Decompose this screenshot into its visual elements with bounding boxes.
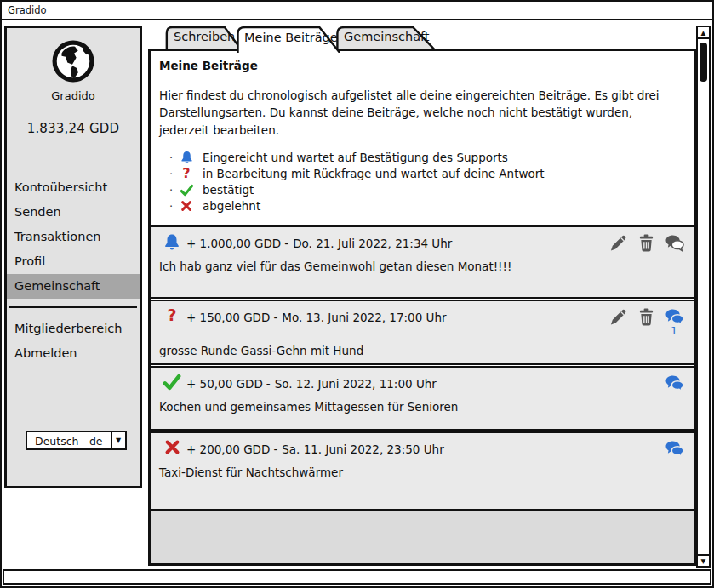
tab-gemeinschaft[interactable]: Gemeinschaft — [335, 26, 437, 49]
tab-meine-beitraege[interactable]: Meine Beiträge — [236, 26, 343, 53]
vertical-scrollbar[interactable]: ▲ ▼ — [696, 26, 711, 568]
sidebar-item-abmelden[interactable]: Abmelden — [7, 341, 140, 366]
tab-label: Meine Beiträge — [236, 26, 343, 44]
sidebar-item-profil[interactable]: Profil — [7, 249, 140, 274]
bullet: · — [169, 184, 178, 197]
sidebar-menu: Kontoübersicht Senden Transaktionen Prof… — [7, 175, 140, 366]
legend-item-in-bearbeitung: · ? in Bearbeitung mit Rückfrage und war… — [169, 166, 682, 182]
card-title: + 200,00 GDD-Sa. 11. Juni 2022, 23:50 Uh… — [186, 437, 444, 456]
legend-item-bestaetigt: · bestätigt — [169, 182, 682, 198]
card-title: + 50,00 GDD-So. 12. Juni 2022, 11:00 Uhr — [186, 372, 437, 391]
sidebar: Gradido 1.833,24 GDD Kontoübersicht Send… — [4, 26, 142, 488]
legend-item-abgelehnt: · abgelehnt — [169, 198, 682, 214]
chat-icon[interactable] — [665, 440, 683, 458]
language-dropdown[interactable]: Deutsch - de ▼ — [26, 431, 127, 450]
dropdown-arrow-icon[interactable]: ▼ — [111, 432, 125, 448]
scroll-up-button[interactable]: ▲ — [698, 27, 709, 39]
globe-icon — [52, 40, 94, 86]
card-datetime: Mo. 13. Juni 2022, 17:00 Uhr — [282, 311, 446, 324]
question-icon: ? — [157, 305, 186, 323]
legend-text: in Bearbeitung mit Rückfrage und wartet … — [203, 167, 545, 180]
scrollbar-thumb[interactable] — [700, 43, 707, 82]
sidebar-item-kontouebersicht[interactable]: Kontoübersicht — [7, 175, 140, 200]
page-title: Meine Beiträge — [159, 59, 682, 72]
card-memo: Taxi-Dienst für Nachtschwärmer — [159, 465, 685, 479]
main-area: Gradido 1.833,24 GDD Kontoübersicht Send… — [2, 22, 712, 568]
sidebar-item-transaktionen[interactable]: Transaktionen — [7, 225, 140, 249]
language-dropdown-value: Deutsch - de — [27, 432, 111, 448]
legend-text: bestätigt — [203, 183, 254, 197]
check-icon — [178, 184, 195, 197]
card-amount: + 150,00 GDD — [186, 311, 270, 324]
legend-text: Eingereicht und wartet auf Bestätigung d… — [203, 151, 508, 164]
card-amount: + 200,00 GDD — [186, 442, 270, 456]
panel-filler — [151, 511, 694, 563]
contribution-card-4[interactable]: + 200,00 GDD-Sa. 11. Juni 2022, 23:50 Uh… — [151, 431, 694, 511]
bell-icon — [178, 151, 195, 165]
card-memo: Ich hab ganz viel für das Gemeinwohl get… — [159, 260, 685, 273]
edit-icon[interactable] — [608, 308, 627, 337]
legend-text: abgelehnt — [203, 199, 260, 213]
title-bar: Gradido — [2, 2, 712, 20]
account-balance: 1.833,24 GDD — [7, 121, 140, 136]
card-datetime: Do. 21. Juli 2022, 21:34 Uhr — [293, 237, 452, 250]
contribution-card-1[interactable]: + 1.000,00 GDD-Do. 21. Juli 2022, 21:34 … — [151, 225, 694, 299]
contribution-card-3[interactable]: + 50,00 GDD-So. 12. Juni 2022, 11:00 Uhr — [151, 366, 694, 431]
card-title: + 1.000,00 GDD-Do. 21. Juli 2022, 21:34 … — [186, 231, 452, 250]
sidebar-item-senden[interactable]: Senden — [7, 200, 140, 225]
status-legend: · Eingereicht und wartet auf Bestätigung… — [169, 150, 682, 214]
bell-icon — [157, 231, 186, 252]
question-icon: ? — [178, 167, 195, 180]
edit-icon[interactable] — [608, 234, 627, 252]
card-title: + 150,00 GDD-Mo. 13. Juni 2022, 17:00 Uh… — [186, 305, 447, 324]
bullet: · — [169, 200, 178, 213]
globe-logo-wrap — [7, 40, 140, 86]
sidebar-item-gemeinschaft[interactable]: Gemeinschaft — [7, 274, 140, 299]
chat-icon[interactable] — [665, 374, 683, 392]
bottom-status-bar — [3, 569, 711, 585]
app-window: Gradido Gradido 1.833,24 GDD Kontoü — [0, 0, 714, 588]
page-description: Hier findest du chronologisch aufgeliste… — [159, 87, 673, 139]
content-panel: Meine Beiträge Hier findest du chronolog… — [148, 49, 696, 566]
scroll-down-button[interactable]: ▼ — [698, 554, 709, 566]
comment-count-badge: 1 — [671, 326, 677, 337]
contribution-list: + 1.000,00 GDD-Do. 21. Juli 2022, 21:34 … — [151, 225, 694, 511]
tab-label: Gemeinschaft — [335, 26, 437, 43]
card-datetime: Sa. 11. Juni 2022, 23:50 Uhr — [282, 442, 443, 456]
sidebar-divider — [9, 306, 137, 308]
trash-icon[interactable] — [637, 234, 655, 252]
chat-icon[interactable]: 1 — [665, 308, 683, 337]
contribution-card-2[interactable]: ? + 150,00 GDD-Mo. 13. Juni 2022, 17:00 … — [151, 300, 694, 365]
sidebar-item-mitgliederbereich[interactable]: Mitgliederbereich — [7, 317, 140, 341]
bullet: · — [169, 168, 178, 180]
bullet: · — [169, 151, 178, 164]
card-memo: Kochen und gemeinsames Mittagessen für S… — [159, 400, 685, 414]
trash-icon[interactable] — [637, 308, 655, 337]
brand-label: Gradido — [7, 89, 140, 102]
card-amount: + 1.000,00 GDD — [186, 237, 281, 250]
x-icon — [157, 437, 186, 455]
tab-label: Schreiben — [165, 26, 243, 43]
tab-bar: Schreiben Meine Beiträge Gemeinschaft — [165, 26, 430, 53]
card-datetime: So. 12. Juni 2022, 11:00 Uhr — [275, 377, 437, 391]
legend-item-eingereicht: · Eingereicht und wartet auf Bestätigung… — [169, 150, 682, 166]
x-icon — [178, 200, 195, 212]
window-title: Gradido — [8, 4, 47, 16]
card-memo: grosse Runde Gassi-Gehn mit Hund — [159, 344, 685, 357]
chat-icon[interactable] — [665, 234, 683, 252]
tab-schreiben[interactable]: Schreiben — [165, 26, 243, 49]
panel-intro: Meine Beiträge Hier findest du chronolog… — [151, 51, 694, 220]
card-amount: + 50,00 GDD — [186, 377, 263, 391]
check-icon — [157, 372, 186, 391]
